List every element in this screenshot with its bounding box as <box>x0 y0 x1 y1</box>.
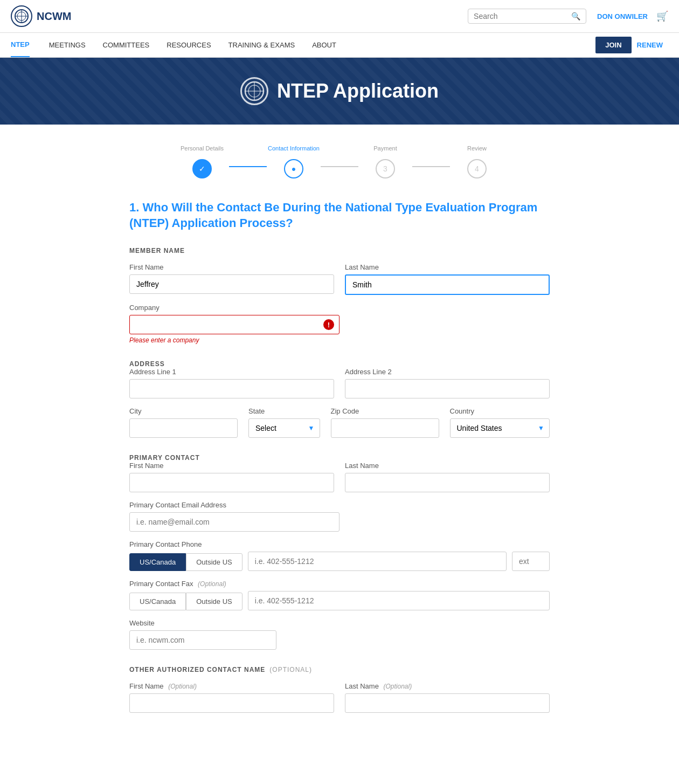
address-label: ADDRESS <box>129 360 550 368</box>
step-4: Review 4 <box>450 141 504 178</box>
address1-label: Address Line 1 <box>129 368 334 376</box>
pc-fax-us-button[interactable]: US/Canada <box>129 593 186 610</box>
progress-section: Personal Details ✓ Contact Information ●… <box>0 125 679 189</box>
pc-fax-label: Primary Contact Fax (Optional) <box>129 580 550 588</box>
pc-fax-row: Primary Contact Fax (Optional) US/Canada… <box>129 580 550 610</box>
state-label: State <box>248 407 320 415</box>
website-label: Website <box>129 619 276 627</box>
section-title: 1. Who Will the Contact Be During the Na… <box>129 200 550 231</box>
step-3-label: Payment <box>373 141 397 156</box>
company-input[interactable] <box>129 315 340 334</box>
pc-last-name-group: Last Name <box>345 462 550 492</box>
step-3: Payment 3 <box>358 141 412 178</box>
pc-phone-ext-input[interactable] <box>512 552 550 571</box>
search-icon: 🔍 <box>571 12 580 20</box>
nav-item-about[interactable]: ABOUT <box>303 33 345 57</box>
pc-fax-input[interactable] <box>248 591 550 610</box>
other-first-name-label: First Name (Optional) <box>129 682 334 690</box>
pc-phone-outside-button[interactable]: Outside US <box>186 553 242 571</box>
other-last-name-label: Last Name (Optional) <box>345 682 550 690</box>
state-group: State Select ALAKAZAR CACOCTDE FLGAHIID … <box>248 407 320 438</box>
step-1-label: Personal Details <box>181 141 224 156</box>
first-name-label: First Name <box>129 263 334 271</box>
address1-group: Address Line 1 <box>129 368 334 398</box>
pc-last-name-input[interactable] <box>345 473 550 492</box>
other-contact-header: OTHER AUTHORIZED CONTACT NAME (OPTIONAL) <box>129 666 550 673</box>
hero-title: NTEP Application <box>277 80 439 102</box>
pc-name-row: First Name Last Name <box>129 462 550 492</box>
cart-icon[interactable]: 🛒 <box>656 10 668 22</box>
pc-phone-ext-group <box>512 552 550 571</box>
pc-phone-input[interactable] <box>248 552 507 571</box>
logo-icon <box>11 5 32 27</box>
pc-first-name-group: First Name <box>129 462 334 492</box>
hero-banner: NTEP Application <box>0 58 679 125</box>
address2-input[interactable] <box>345 379 550 398</box>
nav-bar: NTEP MEETINGS COMMITTEES RESOURCES TRAIN… <box>0 33 679 58</box>
user-name: DON ONWILER <box>597 12 648 20</box>
renew-button[interactable]: RENEW <box>632 37 668 53</box>
company-label: Company <box>129 304 340 312</box>
search-input[interactable] <box>474 12 571 20</box>
pc-first-name-input[interactable] <box>129 473 334 492</box>
last-name-input[interactable] <box>345 274 550 295</box>
step-4-label: Review <box>467 141 487 156</box>
pc-phone-us-button[interactable]: US/Canada <box>129 553 186 571</box>
pc-first-name-label: First Name <box>129 462 334 470</box>
company-row: Company ! Please enter a company <box>129 304 550 344</box>
logo-link[interactable]: NCWM <box>11 5 71 27</box>
city-label: City <box>129 407 238 415</box>
address1-input[interactable] <box>129 379 334 398</box>
steps-container: Personal Details ✓ Contact Information ●… <box>175 141 504 178</box>
nav-item-committees[interactable]: COMMITTEES <box>94 33 158 57</box>
website-group: Website <box>129 619 276 650</box>
website-input[interactable] <box>129 630 276 650</box>
step-4-circle: 4 <box>467 159 487 178</box>
company-group: Company ! Please enter a company <box>129 304 340 344</box>
pc-email-input[interactable] <box>129 512 340 532</box>
join-button[interactable]: JOIN <box>595 37 631 53</box>
zip-input[interactable] <box>331 418 439 438</box>
step-1-circle: ✓ <box>192 159 212 178</box>
first-name-input[interactable] <box>129 274 334 294</box>
address2-label: Address Line 2 <box>345 368 550 376</box>
pc-fax-group: Primary Contact Fax (Optional) US/Canada… <box>129 580 550 610</box>
nav-item-ntep[interactable]: NTEP <box>11 33 30 57</box>
address2-group: Address Line 2 <box>345 368 550 398</box>
zip-group: Zip Code <box>331 407 439 438</box>
logo-text: NCWM <box>37 10 71 23</box>
country-select[interactable]: United States Canada Mexico Other <box>450 418 550 438</box>
first-name-group: First Name <box>129 263 334 295</box>
pc-last-name-label: Last Name <box>345 462 550 470</box>
other-last-name-input[interactable] <box>345 693 550 713</box>
pc-phone-label: Primary Contact Phone <box>129 540 550 548</box>
step-1: Personal Details ✓ <box>175 141 229 178</box>
search-box: 🔍 <box>468 9 586 24</box>
website-row: Website <box>129 619 550 650</box>
main-content: 1. Who Will the Contact Be During the Na… <box>119 189 560 754</box>
other-first-name-group: First Name (Optional) <box>129 682 334 713</box>
city-state-row: City State Select ALAKAZAR CACOCTDE FLGA… <box>129 407 550 438</box>
step-3-circle: 3 <box>376 159 395 178</box>
pc-fax-outside-button[interactable]: Outside US <box>186 593 242 610</box>
nav-item-meetings[interactable]: MEETINGS <box>40 33 94 57</box>
pc-phone-input-row: US/Canada Outside US <box>129 552 550 571</box>
country-label: Country <box>450 407 550 415</box>
address-line-row: Address Line 1 Address Line 2 <box>129 368 550 398</box>
city-input[interactable] <box>129 418 238 438</box>
other-contact-label: OTHER AUTHORIZED CONTACT NAME <box>129 666 265 673</box>
other-name-row: First Name (Optional) Last Name (Optiona… <box>129 682 550 713</box>
other-first-name-input[interactable] <box>129 693 334 713</box>
state-select-wrapper: Select ALAKAZAR CACOCTDE FLGAHIID ILINIA… <box>248 418 320 438</box>
company-input-wrapper: ! <box>129 315 340 334</box>
nav-item-resources[interactable]: RESOURCES <box>158 33 219 57</box>
pc-fax-number-group <box>248 591 550 610</box>
city-group: City <box>129 407 238 438</box>
primary-contact-label: PRIMARY CONTACT <box>129 454 550 462</box>
other-contact-optional: (OPTIONAL) <box>269 666 312 673</box>
state-select[interactable]: Select ALAKAZAR CACOCTDE FLGAHIID ILINIA… <box>248 418 320 438</box>
nav-item-training[interactable]: TRAINING & EXAMS <box>220 33 304 57</box>
pc-fax-toggle: US/Canada Outside US <box>129 593 242 610</box>
last-name-group: Last Name <box>345 263 550 295</box>
hero-logo-icon <box>240 77 268 105</box>
